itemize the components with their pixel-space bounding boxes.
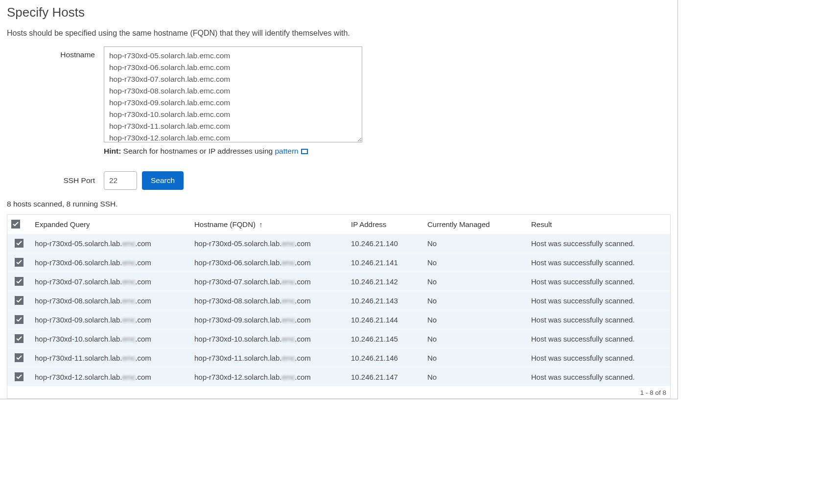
row-checkbox[interactable] [15, 239, 23, 248]
cell-result: Host was successfully scanned. [527, 291, 670, 310]
hostname-hint: Hint: Search for hostnames or IP address… [104, 147, 362, 156]
cell-ip-address: 10.246.21.147 [347, 367, 423, 387]
cell-result: Host was successfully scanned. [527, 348, 670, 367]
hostname-textarea[interactable] [104, 46, 362, 142]
cell-result: Host was successfully scanned. [527, 234, 670, 253]
col-hostname-fqdn[interactable]: Hostname (FQDN) ↑ [190, 215, 347, 234]
cell-expanded-query: hop-r730xd-05.solarch.lab.emc.com [31, 234, 190, 253]
cell-currently-managed: No [423, 367, 527, 387]
cell-ip-address: 10.246.21.144 [347, 310, 423, 329]
col-expanded-query[interactable]: Expanded Query [31, 215, 190, 234]
results-panel: Expanded Query Hostname (FQDN) ↑ IP Addr… [7, 214, 671, 399]
cell-currently-managed: No [423, 291, 527, 310]
cell-hostname-fqdn: hop-r730xd-09.solarch.lab.emc.com [190, 310, 347, 329]
cell-result: Host was successfully scanned. [527, 272, 670, 291]
cell-hostname-fqdn: hop-r730xd-05.solarch.lab.emc.com [190, 234, 347, 253]
cell-expanded-query: hop-r730xd-11.solarch.lab.emc.com [31, 348, 190, 367]
row-checkbox[interactable] [15, 334, 23, 343]
cell-expanded-query: hop-r730xd-09.solarch.lab.emc.com [31, 310, 190, 329]
hint-text: Search for hostnames or IP addresses usi… [121, 147, 275, 155]
cell-result: Host was successfully scanned. [527, 310, 670, 329]
row-checkbox[interactable] [15, 296, 23, 305]
cell-ip-address: 10.246.21.143 [347, 291, 423, 310]
results-table: Expanded Query Hostname (FQDN) ↑ IP Addr… [7, 215, 670, 386]
select-all-checkbox[interactable] [11, 220, 20, 229]
cell-result: Host was successfully scanned. [527, 253, 670, 272]
cell-currently-managed: No [423, 272, 527, 291]
row-checkbox[interactable] [15, 353, 23, 362]
table-row[interactable]: hop-r730xd-07.solarch.lab.emc.comhop-r73… [7, 272, 670, 291]
col-currently-managed[interactable]: Currently Managed [423, 215, 527, 234]
cell-expanded-query: hop-r730xd-06.solarch.lab.emc.com [31, 253, 190, 272]
table-row[interactable]: hop-r730xd-11.solarch.lab.emc.comhop-r73… [7, 348, 670, 367]
cell-hostname-fqdn: hop-r730xd-06.solarch.lab.emc.com [190, 253, 347, 272]
cell-expanded-query: hop-r730xd-08.solarch.lab.emc.com [31, 291, 190, 310]
ssh-port-row: SSH Port Search [7, 171, 671, 190]
col-ip-address[interactable]: IP Address [347, 215, 423, 234]
pager-text: 1 - 8 of 8 [7, 386, 670, 398]
table-row[interactable]: hop-r730xd-06.solarch.lab.emc.comhop-r73… [7, 253, 670, 272]
hint-label: Hint: [104, 147, 121, 155]
cell-expanded-query: hop-r730xd-10.solarch.lab.emc.com [31, 329, 190, 348]
hostname-row: Hostname Hint: Search for hostnames or I… [7, 46, 671, 156]
cell-hostname-fqdn: hop-r730xd-12.solarch.lab.emc.com [190, 367, 347, 387]
cell-ip-address: 10.246.21.140 [347, 234, 423, 253]
ssh-port-label: SSH Port [7, 176, 104, 185]
cell-expanded-query: hop-r730xd-07.solarch.lab.emc.com [31, 272, 190, 291]
cell-expanded-query: hop-r730xd-12.solarch.lab.emc.com [31, 367, 190, 387]
cell-ip-address: 10.246.21.145 [347, 329, 423, 348]
cell-hostname-fqdn: hop-r730xd-08.solarch.lab.emc.com [190, 291, 347, 310]
pattern-link[interactable]: pattern [275, 147, 298, 155]
cell-ip-address: 10.246.21.141 [347, 253, 423, 272]
ssh-port-input[interactable] [104, 171, 137, 190]
cell-ip-address: 10.246.21.142 [347, 272, 423, 291]
cell-currently-managed: No [423, 329, 527, 348]
hostname-label: Hostname [7, 46, 104, 59]
popout-icon[interactable] [301, 149, 308, 154]
page-description: Hosts should be specified using the same… [7, 29, 671, 38]
row-checkbox[interactable] [15, 277, 23, 286]
search-button[interactable]: Search [142, 171, 184, 190]
page-title: Specify Hosts [7, 5, 671, 20]
table-header-row: Expanded Query Hostname (FQDN) ↑ IP Addr… [7, 215, 670, 234]
col-hostname-fqdn-label: Hostname (FQDN) [194, 220, 256, 229]
sort-asc-icon: ↑ [259, 220, 263, 229]
row-checkbox[interactable] [15, 258, 23, 267]
scan-status: 8 hosts scanned, 8 running SSH. [7, 200, 671, 208]
cell-hostname-fqdn: hop-r730xd-10.solarch.lab.emc.com [190, 329, 347, 348]
cell-currently-managed: No [423, 234, 527, 253]
table-row[interactable]: hop-r730xd-08.solarch.lab.emc.comhop-r73… [7, 291, 670, 310]
cell-currently-managed: No [423, 348, 527, 367]
col-result[interactable]: Result [527, 215, 670, 234]
row-checkbox[interactable] [15, 315, 23, 324]
row-checkbox[interactable] [15, 372, 23, 381]
cell-currently-managed: No [423, 253, 527, 272]
cell-hostname-fqdn: hop-r730xd-11.solarch.lab.emc.com [190, 348, 347, 367]
cell-currently-managed: No [423, 310, 527, 329]
table-row[interactable]: hop-r730xd-10.solarch.lab.emc.comhop-r73… [7, 329, 670, 348]
cell-result: Host was successfully scanned. [527, 367, 670, 387]
cell-hostname-fqdn: hop-r730xd-07.solarch.lab.emc.com [190, 272, 347, 291]
cell-ip-address: 10.246.21.146 [347, 348, 423, 367]
table-row[interactable]: hop-r730xd-05.solarch.lab.emc.comhop-r73… [7, 234, 670, 253]
table-row[interactable]: hop-r730xd-09.solarch.lab.emc.comhop-r73… [7, 310, 670, 329]
cell-result: Host was successfully scanned. [527, 329, 670, 348]
table-row[interactable]: hop-r730xd-12.solarch.lab.emc.comhop-r73… [7, 367, 670, 387]
